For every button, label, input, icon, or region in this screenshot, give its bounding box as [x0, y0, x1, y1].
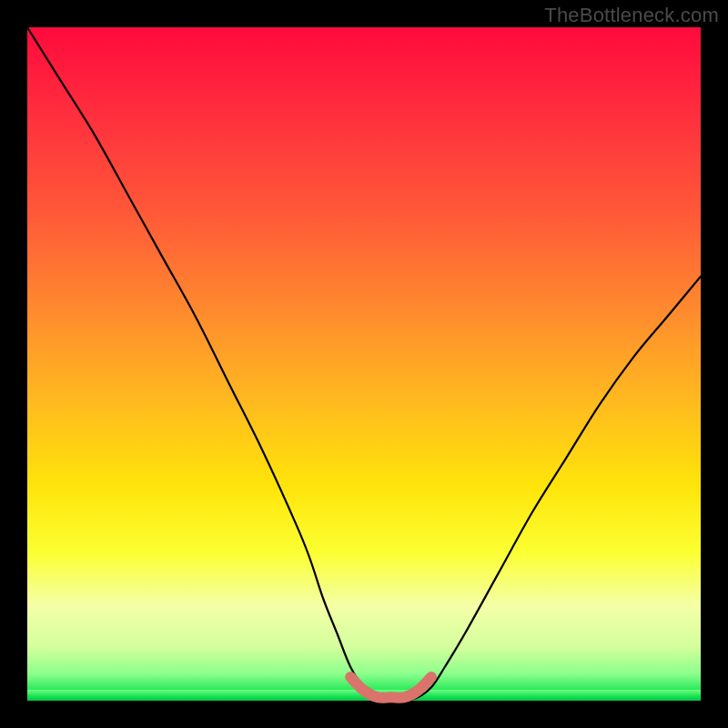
plot-area: [27, 27, 701, 701]
bottleneck-curve: [27, 27, 701, 702]
chart-frame: TheBottleneck.com: [0, 0, 728, 728]
watermark-text: TheBottleneck.com: [544, 4, 719, 27]
optimal-band: [350, 677, 431, 698]
curve-layer: [27, 27, 701, 701]
